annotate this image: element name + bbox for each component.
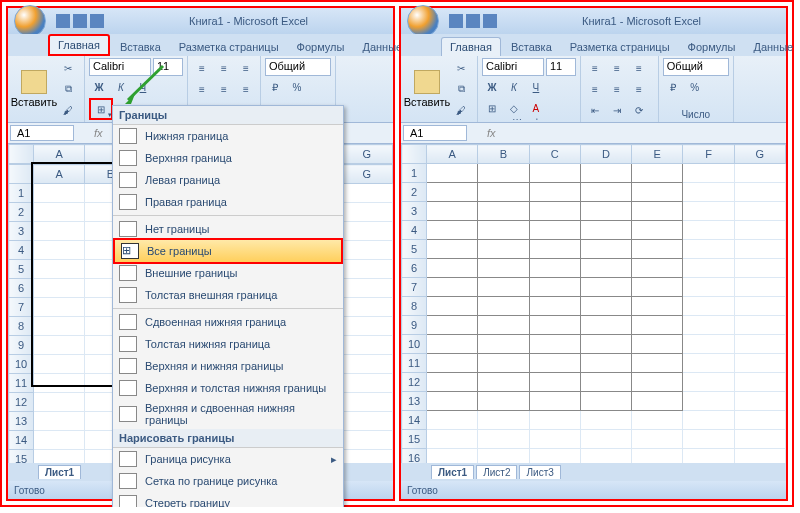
cell[interactable] xyxy=(529,392,580,411)
cell[interactable] xyxy=(341,317,392,336)
cell[interactable] xyxy=(341,260,392,279)
row-header[interactable]: 15 xyxy=(9,450,34,464)
align-middle-icon[interactable]: ≡ xyxy=(214,58,234,78)
cell[interactable] xyxy=(529,316,580,335)
cell[interactable] xyxy=(529,297,580,316)
cell[interactable] xyxy=(683,240,734,259)
col-header[interactable]: C xyxy=(529,145,580,164)
erase-border-item[interactable]: Стереть границу xyxy=(113,492,343,507)
cell[interactable] xyxy=(632,221,683,240)
col-header[interactable]: A xyxy=(34,145,85,164)
borders-button[interactable]: ⊞ xyxy=(89,98,113,120)
cell[interactable] xyxy=(478,221,529,240)
cell[interactable] xyxy=(734,240,785,259)
cell[interactable] xyxy=(427,278,478,297)
paste-button[interactable]: Вставить xyxy=(405,68,449,110)
border-right-item[interactable]: Правая граница xyxy=(113,191,343,213)
row-header[interactable]: 4 xyxy=(9,241,34,260)
align-bottom-icon[interactable]: ≡ xyxy=(236,58,256,78)
col-header[interactable]: B xyxy=(478,145,529,164)
border-left-item[interactable]: Левая граница xyxy=(113,169,343,191)
col-header[interactable]: G xyxy=(734,145,785,164)
cell[interactable] xyxy=(341,222,392,241)
cell[interactable] xyxy=(478,183,529,202)
tab-home[interactable]: Главная xyxy=(441,37,501,56)
cell[interactable] xyxy=(529,373,580,392)
cell[interactable] xyxy=(427,316,478,335)
border-double-bottom-item[interactable]: Сдвоенная нижняя граница xyxy=(113,311,343,333)
cell[interactable] xyxy=(478,240,529,259)
cell[interactable] xyxy=(341,393,392,412)
bold-button[interactable]: Ж xyxy=(89,77,109,97)
cell[interactable] xyxy=(34,241,85,260)
row-header[interactable]: 8 xyxy=(402,297,427,316)
col-header[interactable]: D xyxy=(580,145,631,164)
cell[interactable] xyxy=(632,259,683,278)
font-name-select[interactable]: Calibri xyxy=(89,58,151,76)
row-header[interactable]: 2 xyxy=(9,203,34,222)
cell[interactable] xyxy=(580,392,631,411)
row-header[interactable]: 2 xyxy=(402,183,427,202)
cell[interactable] xyxy=(580,202,631,221)
cell[interactable] xyxy=(478,411,529,430)
cell[interactable] xyxy=(632,297,683,316)
row-header[interactable]: 6 xyxy=(9,279,34,298)
cell[interactable] xyxy=(683,392,734,411)
cell[interactable] xyxy=(734,392,785,411)
cell[interactable] xyxy=(683,316,734,335)
row-header[interactable]: 3 xyxy=(9,222,34,241)
cell[interactable] xyxy=(632,449,683,464)
col-header[interactable]: F xyxy=(683,145,734,164)
cell[interactable] xyxy=(632,164,683,183)
cell[interactable] xyxy=(34,260,85,279)
cell[interactable] xyxy=(683,221,734,240)
cell[interactable] xyxy=(734,183,785,202)
cell[interactable] xyxy=(34,298,85,317)
row-header[interactable]: 5 xyxy=(402,240,427,259)
border-top-thick-bottom-item[interactable]: Верхняя и толстая нижняя границы xyxy=(113,377,343,399)
row-header[interactable]: 10 xyxy=(9,355,34,374)
tab-home[interactable]: Главная xyxy=(48,34,110,56)
cell[interactable] xyxy=(34,336,85,355)
italic-button[interactable]: К xyxy=(111,77,131,97)
row-header[interactable]: 12 xyxy=(9,393,34,412)
cell[interactable] xyxy=(427,164,478,183)
cell[interactable] xyxy=(632,316,683,335)
cell[interactable] xyxy=(632,335,683,354)
cell[interactable] xyxy=(341,450,392,464)
border-thick-outside-item[interactable]: Толстая внешняя граница xyxy=(113,284,343,306)
cell[interactable] xyxy=(34,355,85,374)
row-header[interactable]: 9 xyxy=(402,316,427,335)
cell[interactable] xyxy=(734,164,785,183)
worksheet-grid[interactable]: ABCDEFG123456789101112131415161718 xyxy=(401,144,786,463)
cell[interactable] xyxy=(478,278,529,297)
cell[interactable] xyxy=(427,297,478,316)
cell[interactable] xyxy=(580,297,631,316)
cell[interactable] xyxy=(683,373,734,392)
underline-button[interactable]: Ч xyxy=(133,77,153,97)
cell[interactable] xyxy=(580,411,631,430)
cell[interactable] xyxy=(34,203,85,222)
border-top-bottom-item[interactable]: Верхняя и нижняя границы xyxy=(113,355,343,377)
cell[interactable] xyxy=(580,183,631,202)
cell[interactable] xyxy=(427,373,478,392)
align-top-icon[interactable]: ≡ xyxy=(192,58,212,78)
cell[interactable] xyxy=(580,449,631,464)
cell[interactable] xyxy=(427,449,478,464)
row-header[interactable]: 15 xyxy=(402,430,427,449)
borders-button[interactable]: ⊞ xyxy=(482,98,502,118)
draw-border-grid-item[interactable]: Сетка по границе рисунка xyxy=(113,470,343,492)
cell[interactable] xyxy=(478,202,529,221)
cut-icon[interactable]: ✂ xyxy=(58,58,78,78)
cell[interactable] xyxy=(34,393,85,412)
cell[interactable] xyxy=(478,164,529,183)
cell[interactable] xyxy=(632,373,683,392)
tab-page-layout[interactable]: Разметка страницы xyxy=(171,38,287,56)
cell[interactable] xyxy=(683,164,734,183)
tab-formulas[interactable]: Формулы xyxy=(289,38,353,56)
cell[interactable] xyxy=(632,392,683,411)
save-icon[interactable] xyxy=(56,14,70,28)
row-header[interactable]: 13 xyxy=(9,412,34,431)
fx-icon[interactable]: fx xyxy=(94,127,103,139)
cell[interactable] xyxy=(734,297,785,316)
